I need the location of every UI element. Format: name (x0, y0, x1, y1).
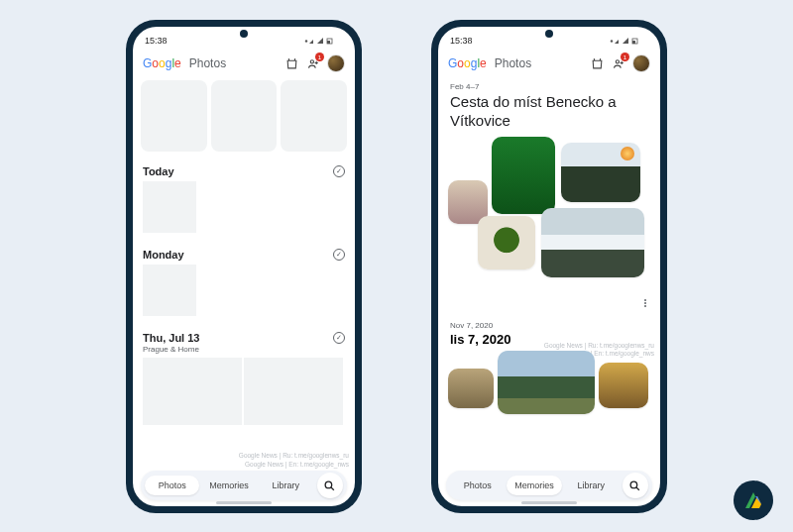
memory-collage[interactable] (448, 137, 650, 295)
memory-date: Nov 7, 2020 (438, 321, 660, 330)
collage-photo[interactable] (561, 143, 640, 202)
screen-right: 15:38 Google Photos 1 Feb 4–7 (438, 27, 660, 506)
section-header: Monday ✓ (133, 241, 355, 263)
select-all-icon[interactable]: ✓ (333, 332, 345, 344)
photo-thumbnail[interactable] (143, 265, 196, 316)
nav-memories[interactable]: Memories (507, 476, 561, 495)
status-icons (303, 37, 343, 46)
photo-thumbnail[interactable] (143, 181, 196, 233)
photo-thumbnail[interactable] (244, 358, 343, 425)
svg-point-4 (326, 481, 333, 488)
collage-photo[interactable] (492, 137, 555, 214)
content-left: Today ✓ Monday ✓ (133, 78, 355, 506)
svg-point-9 (631, 481, 638, 488)
memory-card[interactable] (141, 80, 207, 152)
google-logo: Google (143, 56, 181, 70)
watermark: Google News | Ru: t.me/googlenws_ru Goog… (239, 452, 349, 469)
nav-library[interactable]: Library (259, 476, 313, 495)
status-time: 15:38 (450, 36, 473, 46)
section-header: Today ✓ (133, 158, 355, 179)
select-all-icon[interactable]: ✓ (333, 249, 345, 261)
search-button[interactable] (317, 473, 343, 498)
section-subtitle: Prague & Home (143, 345, 199, 354)
thumbnail-row (133, 263, 355, 324)
select-all-icon[interactable]: ✓ (333, 165, 345, 177)
status-time: 15:38 (145, 36, 168, 46)
source-badge (734, 480, 773, 520)
print-store-icon[interactable] (589, 55, 605, 71)
nav-memories[interactable]: Memories (201, 476, 256, 495)
more-options-icon[interactable] (638, 293, 652, 313)
camera-notch (240, 30, 248, 38)
phone-right: 15:38 Google Photos 1 Feb 4–7 (431, 20, 667, 513)
search-button[interactable] (623, 473, 648, 498)
app-header: Google Photos 1 (133, 49, 355, 78)
photo-thumbnail[interactable] (143, 358, 242, 425)
sharing-icon[interactable]: 1 (611, 55, 626, 71)
section-title: Thu, Jul 13 (143, 332, 199, 344)
memory-card[interactable] (211, 80, 278, 152)
nav-photos[interactable]: Photos (145, 476, 199, 495)
nav-library[interactable]: Library (564, 476, 619, 495)
home-indicator (216, 501, 272, 504)
thumbnail-row (133, 179, 355, 241)
bottom-nav: Photos Memories Library (446, 471, 652, 500)
svg-rect-2 (327, 41, 330, 44)
account-avatar[interactable] (632, 54, 650, 72)
section-title: Monday (143, 249, 184, 261)
memory-section-2: Nov 7, 2020 lis 7, 2020 (438, 321, 660, 422)
account-avatar[interactable] (327, 54, 345, 72)
notification-badge: 1 (621, 53, 629, 61)
memories-carousel[interactable] (133, 78, 355, 158)
nav-photos[interactable]: Photos (450, 476, 505, 495)
status-icons (609, 37, 648, 46)
content-right: Feb 4–7 Cesta do míst Benecko a Vítkovic… (438, 78, 660, 506)
notification-badge: 1 (315, 53, 324, 61)
app-header: Google Photos 1 (438, 49, 660, 78)
camera-notch (545, 30, 553, 38)
collage-photo[interactable] (599, 363, 648, 408)
collage-photo[interactable] (478, 216, 535, 269)
collage-photo[interactable] (498, 351, 595, 414)
svg-point-3 (310, 59, 313, 62)
section-title: Today (143, 165, 174, 177)
memory-collage[interactable] (448, 351, 650, 422)
svg-point-5 (611, 40, 613, 42)
collage-photo[interactable] (541, 208, 644, 277)
bottom-nav: Photos Memories Library (141, 471, 347, 500)
thumbnail-row (133, 356, 355, 427)
svg-point-0 (305, 40, 307, 42)
memory-title: Cesta do míst Benecko a Vítkovice (438, 93, 660, 137)
svg-rect-7 (632, 41, 635, 44)
svg-point-8 (616, 59, 619, 62)
print-store-icon[interactable] (283, 55, 299, 71)
memory-date-range: Feb 4–7 (438, 78, 660, 93)
memory-card[interactable] (281, 80, 347, 152)
google-logo: Google (448, 56, 487, 70)
phone-left: 15:38 Google Photos 1 (126, 20, 362, 513)
screen-left: 15:38 Google Photos 1 (133, 27, 355, 506)
section-header: Thu, Jul 13 Prague & Home ✓ (133, 324, 355, 356)
collage-photo[interactable] (448, 369, 494, 408)
sharing-icon[interactable]: 1 (305, 55, 321, 71)
home-indicator (521, 501, 577, 504)
app-name: Photos (189, 56, 226, 70)
app-name: Photos (495, 56, 531, 70)
